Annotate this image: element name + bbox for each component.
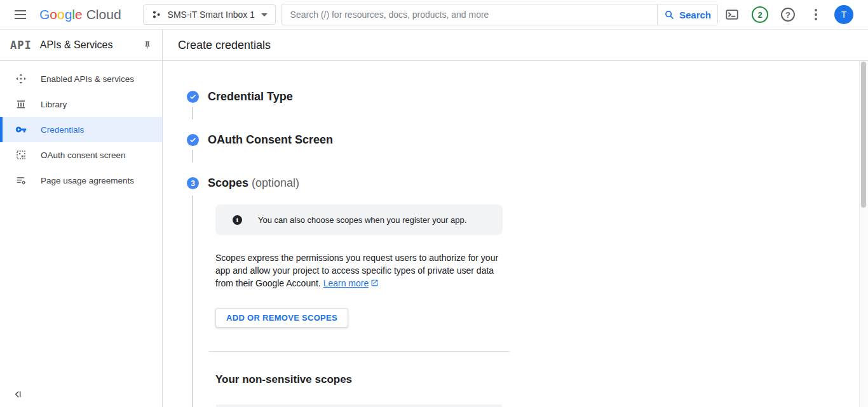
step-connector-long [193, 196, 193, 407]
consent-screen-icon [15, 149, 27, 161]
api-product-icon: API [10, 39, 32, 51]
avatar-initial: T [841, 10, 847, 20]
search-button-label: Search [679, 10, 711, 20]
step-connector [193, 107, 193, 119]
info-banner-text: You can also choose scopes when you regi… [258, 215, 466, 225]
product-name: APIs & Services [40, 39, 113, 51]
step2-complete-icon [187, 134, 199, 146]
vertical-ellipsis-icon [815, 9, 817, 20]
chevron-down-icon [261, 13, 268, 17]
step-connector [193, 150, 193, 163]
non-sensitive-scopes-heading: Your non-sensitive scopes [215, 373, 352, 386]
content-area: Enabled APIs & services Library Credenti… [0, 61, 868, 407]
top-bar: Google Cloud SMS-iT Smart Inbox 1 Search… [0, 0, 868, 30]
global-search: Search [281, 4, 718, 25]
topbar-actions: 2 ? T [718, 2, 868, 27]
library-icon [15, 98, 27, 110]
pin-icon[interactable] [143, 41, 152, 50]
scrollbar-thumb[interactable] [861, 62, 866, 208]
notifications-button[interactable]: 2 [746, 2, 774, 27]
learn-more-link[interactable]: Learn more [323, 278, 369, 288]
cloud-shell-button[interactable] [718, 2, 746, 27]
search-button[interactable]: Search [657, 4, 717, 25]
sidebar-item-oauth-consent[interactable]: OAuth consent screen [0, 142, 162, 168]
step3-optional-suffix: (optional) [252, 177, 299, 189]
avatar: T [834, 5, 853, 24]
info-banner: i You can also choose scopes when you re… [215, 204, 503, 235]
page-title: Create credentials [163, 30, 868, 60]
sidebar-item-enabled-apis[interactable]: Enabled APIs & services [0, 66, 162, 91]
notification-badge: 2 [752, 6, 768, 23]
add-or-remove-scopes-button[interactable]: ADD OR REMOVE SCOPES [215, 308, 348, 328]
logo-google-wordmark: Google [39, 7, 83, 22]
scrollbar-track[interactable] [859, 61, 868, 407]
terminal-icon [725, 8, 739, 22]
product-header: API APIs & Services [0, 30, 163, 60]
project-name: SMS-iT Smart Inbox 1 [168, 10, 255, 20]
more-options-button[interactable] [802, 2, 830, 27]
step1-label[interactable]: Credential Type [208, 90, 293, 103]
sidebar-item-label: Library [41, 100, 67, 109]
apis-icon [15, 73, 27, 84]
sidebar-item-label: Enabled APIs & services [41, 74, 134, 84]
step1-complete-icon [187, 91, 199, 103]
hamburger-menu-icon[interactable] [13, 7, 28, 22]
info-icon: i [233, 215, 242, 225]
logo-cloud-wordmark: Cloud [86, 7, 121, 22]
sidebar-item-page-usage[interactable]: Page usage agreements [0, 168, 162, 193]
sidebar-item-credentials[interactable]: Credentials [0, 117, 162, 142]
sidebar-item-label: Page usage agreements [41, 176, 134, 185]
step3-label[interactable]: Scopes (optional) [208, 177, 299, 190]
collapse-left-icon [13, 389, 23, 399]
step3-number-icon: 3 [187, 177, 199, 189]
search-input[interactable] [281, 4, 657, 25]
create-credentials-wizard: Credential Type OAuth Consent Screen 3 S… [163, 61, 868, 407]
search-icon [664, 10, 675, 20]
help-button[interactable]: ? [774, 2, 802, 27]
sidebar-item-label: OAuth consent screen [41, 150, 126, 160]
project-selector[interactable]: SMS-iT Smart Inbox 1 [143, 4, 276, 25]
notification-count: 2 [757, 10, 762, 20]
sidebar-nav: Enabled APIs & services Library Credenti… [0, 61, 163, 407]
collapse-sidebar-button[interactable] [13, 389, 23, 399]
external-link-icon [370, 279, 379, 287]
sidebar-item-library[interactable]: Library [0, 91, 162, 117]
project-icon [151, 10, 161, 20]
key-icon [15, 124, 27, 135]
google-cloud-logo[interactable]: Google Cloud [39, 7, 121, 22]
scopes-table-header-edge [216, 404, 502, 407]
agreements-icon [15, 175, 27, 186]
scopes-description: Scopes express the permissions you reque… [215, 251, 503, 290]
step2-label[interactable]: OAuth Consent Screen [208, 133, 333, 147]
help-icon: ? [781, 8, 795, 22]
sidebar-item-label: Credentials [41, 125, 84, 135]
account-button[interactable]: T [830, 2, 858, 27]
page-header: API APIs & Services Create credentials [0, 30, 868, 61]
section-divider [209, 351, 510, 352]
